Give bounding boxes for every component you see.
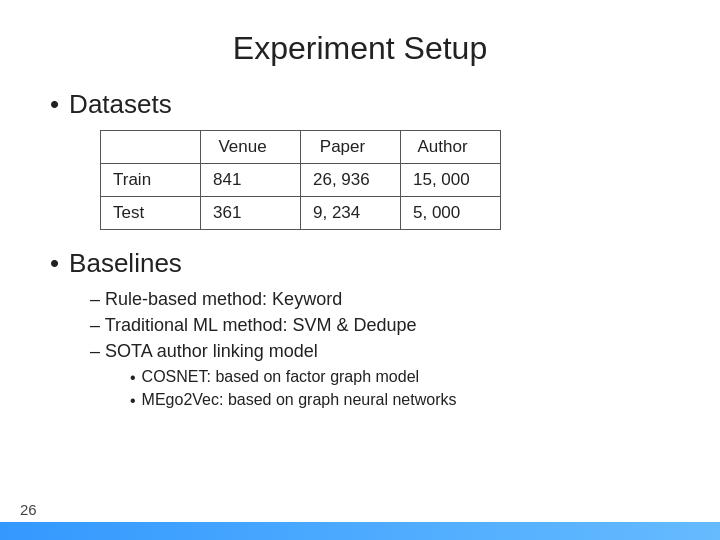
datasets-section: • Datasets Venue Paper Author Train 841 …: [50, 89, 670, 230]
baselines-list: – Rule-based method: Keyword – Tradition…: [90, 289, 670, 410]
list-item: • COSNET: based on factor graph model: [130, 368, 670, 387]
train-venue: 841: [201, 164, 301, 197]
table-row: Train 841 26, 936 15, 000: [101, 164, 501, 197]
page-number: 26: [20, 501, 37, 518]
nested-item-text: COSNET: based on factor graph model: [142, 368, 419, 386]
datasets-bullet-dot: •: [50, 89, 59, 120]
baselines-bullet-dot: •: [50, 248, 59, 279]
col-header-author: Author: [401, 131, 501, 164]
nested-item-text: MEgo2Vec: based on graph neural networks: [142, 391, 457, 409]
datasets-heading-text: Datasets: [69, 89, 172, 120]
baselines-heading-text: Baselines: [69, 248, 182, 279]
row-label-train: Train: [101, 164, 201, 197]
baselines-heading: • Baselines: [50, 248, 670, 279]
slide: Experiment Setup • Datasets Venue Paper …: [0, 0, 720, 540]
train-author: 15, 000: [401, 164, 501, 197]
baselines-section: • Baselines – Rule-based method: Keyword…: [50, 248, 670, 410]
col-header-empty: [101, 131, 201, 164]
col-header-paper: Paper: [301, 131, 401, 164]
train-paper: 26, 936: [301, 164, 401, 197]
test-author: 5, 000: [401, 197, 501, 230]
list-item: – Traditional ML method: SVM & Dedupe: [90, 315, 670, 336]
slide-title: Experiment Setup: [50, 30, 670, 67]
list-item: – Rule-based method: Keyword: [90, 289, 670, 310]
table-header-row: Venue Paper Author: [101, 131, 501, 164]
test-venue: 361: [201, 197, 301, 230]
table-row: Test 361 9, 234 5, 000: [101, 197, 501, 230]
nested-list: • COSNET: based on factor graph model • …: [130, 368, 670, 410]
list-item: – SOTA author linking model: [90, 341, 670, 362]
list-item: • MEgo2Vec: based on graph neural networ…: [130, 391, 670, 410]
row-label-test: Test: [101, 197, 201, 230]
bottom-bar: [0, 522, 720, 540]
datasets-heading: • Datasets: [50, 89, 670, 120]
datasets-table: Venue Paper Author Train 841 26, 936 15,…: [100, 130, 501, 230]
nested-bullet-dot: •: [130, 392, 136, 410]
col-header-venue: Venue: [201, 131, 301, 164]
test-paper: 9, 234: [301, 197, 401, 230]
nested-bullet-dot: •: [130, 369, 136, 387]
